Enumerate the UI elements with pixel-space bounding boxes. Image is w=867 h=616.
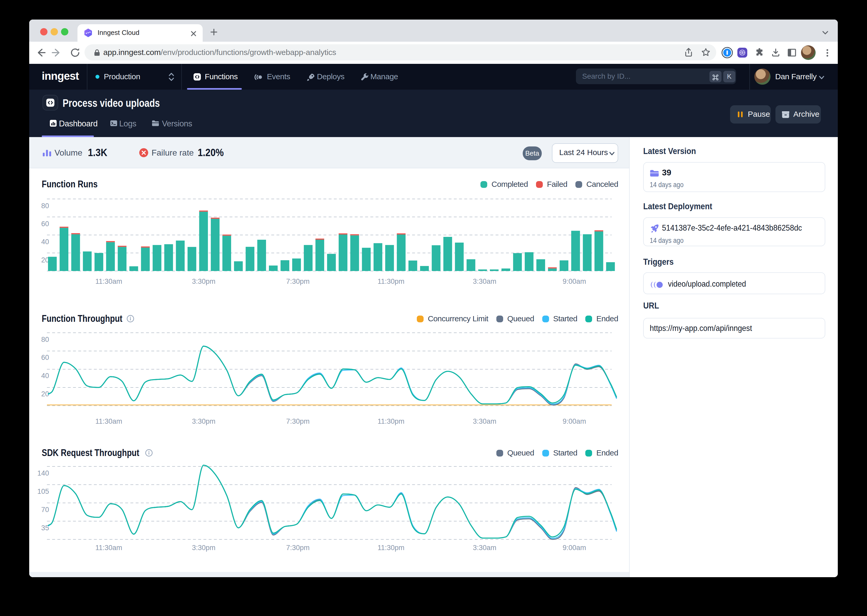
svg-text:20: 20 bbox=[41, 256, 49, 264]
svg-text:11:30pm: 11:30pm bbox=[377, 418, 404, 425]
svg-text:11:30am: 11:30am bbox=[95, 544, 122, 552]
svg-text:9:00am: 9:00am bbox=[563, 418, 586, 425]
svg-text:105: 105 bbox=[37, 487, 49, 495]
svg-text:11:30am: 11:30am bbox=[95, 278, 122, 285]
svg-text:3:30pm: 3:30pm bbox=[192, 418, 216, 425]
svg-text:9:00am: 9:00am bbox=[563, 278, 586, 285]
svg-text:80: 80 bbox=[41, 336, 49, 343]
svg-text:3:30pm: 3:30pm bbox=[192, 544, 216, 552]
svg-text:80: 80 bbox=[41, 202, 49, 210]
svg-text:11:30pm: 11:30pm bbox=[377, 278, 404, 285]
svg-text:60: 60 bbox=[41, 220, 49, 228]
svg-text:11:30am: 11:30am bbox=[95, 418, 122, 425]
svg-text:3:30am: 3:30am bbox=[473, 544, 497, 552]
svg-text:9:00am: 9:00am bbox=[563, 544, 586, 552]
svg-text:7:30pm: 7:30pm bbox=[286, 278, 310, 285]
svg-text:11:30pm: 11:30pm bbox=[377, 544, 404, 552]
svg-text:140: 140 bbox=[37, 469, 49, 477]
svg-text:70: 70 bbox=[41, 506, 49, 514]
svg-text:60: 60 bbox=[41, 354, 49, 361]
svg-text:7:30pm: 7:30pm bbox=[286, 418, 310, 425]
svg-text:3:30am: 3:30am bbox=[473, 418, 497, 425]
svg-text:7:30pm: 7:30pm bbox=[286, 544, 310, 552]
svg-text:3:30pm: 3:30pm bbox=[192, 278, 216, 285]
svg-text:40: 40 bbox=[41, 238, 49, 246]
svg-text:3:30am: 3:30am bbox=[473, 278, 497, 285]
svg-text:40: 40 bbox=[41, 372, 49, 380]
